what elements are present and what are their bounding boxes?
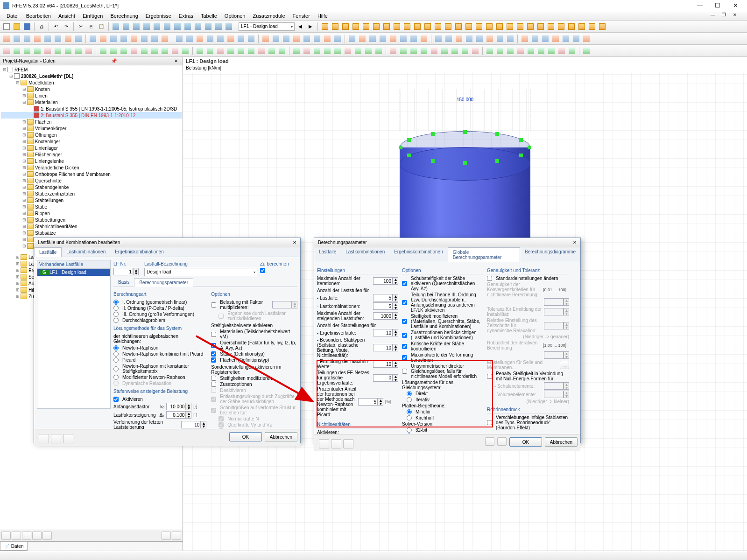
tool-icon[interactable] (109, 34, 118, 43)
tree-item[interactable]: ⊞Stabsätze (1, 230, 182, 236)
opt-qs-check[interactable] (211, 343, 216, 348)
tool-icon[interactable] (312, 46, 322, 56)
tool-icon[interactable] (460, 46, 470, 56)
tool-icon[interactable] (520, 34, 529, 43)
tool-icon[interactable] (464, 22, 473, 31)
tool-icon[interactable] (343, 46, 352, 56)
navigator-close-icon[interactable]: ✕ (172, 58, 180, 63)
sv-32-radio[interactable] (407, 427, 412, 433)
tool-icon[interactable] (423, 22, 432, 31)
tool-icon[interactable] (12, 46, 21, 56)
penalty-check[interactable] (487, 374, 492, 379)
tool-icon[interactable] (224, 22, 233, 31)
tool-icon[interactable] (84, 46, 93, 56)
dialog-close-icon[interactable]: ✕ (293, 240, 296, 245)
anfang-input[interactable]: ▴▾ (166, 403, 191, 410)
tool-icon[interactable] (444, 34, 453, 43)
navigator-tab-daten[interactable]: 📄 Daten (0, 542, 28, 551)
tab-ergebniskombinationen[interactable]: Ergebniskombinationen (110, 247, 169, 257)
tool-icon[interactable] (536, 22, 545, 31)
tool-icon[interactable] (150, 46, 159, 56)
tool-icon[interactable] (277, 46, 287, 56)
menu-einfuegen[interactable]: Einfügen (79, 12, 106, 20)
tool-icon[interactable] (516, 46, 525, 56)
tab2-ek[interactable]: Ergebniskombinationen (389, 247, 448, 262)
tab2-diag[interactable]: Berechnungsdiagramme (520, 247, 580, 262)
menu-optionen[interactable]: Optionen (221, 12, 249, 20)
order1-radio[interactable] (113, 300, 119, 305)
tool-icon[interactable] (132, 22, 141, 31)
tool-icon[interactable] (175, 34, 184, 43)
tool-icon[interactable] (341, 22, 350, 31)
menu-berechnung[interactable]: Berechnung (106, 12, 141, 20)
tool-icon[interactable] (382, 22, 391, 31)
opt-mat-check[interactable] (211, 332, 216, 337)
tool-icon[interactable] (433, 22, 443, 31)
menu-fenster[interactable]: Fenster (289, 12, 314, 20)
tree-item[interactable]: ⊞Flächenlager (1, 151, 182, 158)
dlg-tool-icon[interactable] (319, 439, 329, 448)
tool-icon[interactable] (257, 46, 266, 56)
tool-icon[interactable] (302, 34, 311, 43)
tool-icon[interactable] (323, 46, 332, 56)
tool-icon[interactable] (43, 34, 52, 43)
tool-icon[interactable] (450, 46, 459, 56)
tree-item[interactable]: ⊞Flächen (1, 119, 182, 125)
tool-icon[interactable] (22, 34, 32, 43)
dlg-tool-icon[interactable] (39, 434, 49, 443)
dlg-tool-icon[interactable] (51, 434, 61, 443)
tool-icon[interactable] (2, 34, 11, 43)
tool-icon[interactable] (140, 46, 149, 56)
tool-icon[interactable] (587, 22, 597, 31)
tool-icon[interactable] (261, 34, 270, 43)
tool-icon[interactable] (152, 22, 162, 31)
tree-item[interactable]: ⊞Öffnungen (1, 132, 182, 138)
tool-icon[interactable] (571, 34, 581, 43)
tool-icon[interactable] (368, 34, 377, 43)
tool-icon[interactable] (530, 34, 540, 43)
tool-icon[interactable] (142, 22, 151, 31)
nav-tool-icon[interactable] (172, 532, 181, 540)
tool-icon[interactable] (119, 34, 128, 43)
dialog-loadcases-title[interactable]: Lastfälle und Kombinationen bearbeiten ✕ (34, 238, 300, 247)
opt2-maxver-check[interactable] (402, 355, 407, 360)
tab-lastkombinationen[interactable]: Lastkombinationen (62, 247, 110, 257)
opt-stab-check[interactable] (211, 351, 216, 357)
tool-icon[interactable] (351, 22, 360, 31)
tool-icon[interactable] (419, 34, 429, 43)
tool-icon[interactable] (409, 46, 418, 56)
opt2-schub-check[interactable] (402, 281, 407, 286)
tool-icon[interactable] (495, 46, 505, 56)
ls-lf-input[interactable]: ▴▾ (373, 294, 398, 301)
tool-icon[interactable] (378, 34, 388, 43)
tool-icon[interactable] (140, 34, 149, 43)
dlg-tool-icon[interactable] (331, 439, 341, 448)
tool-icon[interactable] (547, 46, 556, 56)
tool-icon[interactable] (193, 22, 203, 31)
dialog-calcparams-title[interactable]: Berechnungsparameter ✕ (314, 238, 580, 247)
tool-icon[interactable] (444, 22, 453, 31)
cut-icon[interactable]: ✂ (76, 22, 85, 31)
mod-newton-radio[interactable] (113, 375, 119, 380)
tree-item[interactable]: ⊞Stabendgelenke (1, 184, 182, 190)
mdi-minimize-icon[interactable]: — (711, 12, 722, 20)
tool-icon[interactable] (271, 34, 281, 43)
tool-icon[interactable] (567, 46, 577, 56)
max-ls-input[interactable]: ▴▾ (373, 312, 398, 320)
tool-icon[interactable] (388, 46, 398, 56)
plate-mindlin-radio[interactable] (407, 409, 412, 414)
order3-radio[interactable] (113, 312, 119, 317)
bezeichnung-combo[interactable]: Design load (144, 268, 257, 276)
order2-radio[interactable] (113, 306, 119, 311)
tool-icon[interactable] (63, 34, 73, 43)
undo-icon[interactable]: ↶ (51, 22, 61, 31)
tree-item[interactable]: ⊞Knotenlager (1, 138, 182, 145)
tree-item[interactable]: ⊞Linienlager (1, 145, 182, 151)
paste-icon[interactable]: 📋 (97, 22, 106, 31)
plate-kirchhoff-radio[interactable] (407, 415, 412, 420)
tool-icon[interactable] (372, 22, 381, 31)
tool-icon[interactable] (173, 22, 182, 31)
tree-item[interactable]: ⊞Stabnichtlinearitäten (1, 223, 182, 230)
tool-icon[interactable] (74, 46, 83, 56)
tool-icon[interactable] (392, 22, 402, 31)
